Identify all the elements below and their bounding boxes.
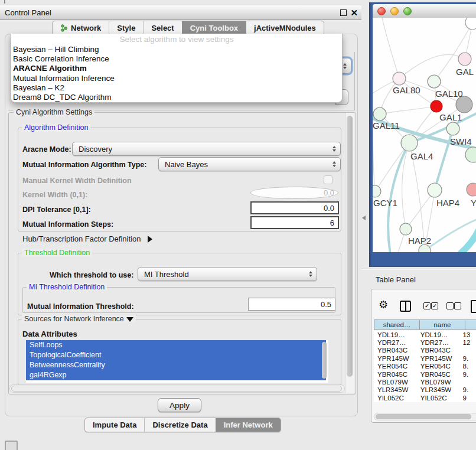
which-threshold-label: Which threshold to use: xyxy=(50,271,133,279)
network-node[interactable] xyxy=(456,96,472,113)
data-attributes-list: SelfLoopsTopologicalCoefficientBetweenne… xyxy=(26,340,328,383)
zoom-traffic-light-icon[interactable] xyxy=(403,7,412,15)
network-node-label: GAL80 xyxy=(393,85,420,95)
table-row[interactable]: YBR045CYBR045C9. xyxy=(374,370,476,378)
hub-definition-expander[interactable]: Hub/Transcription Factor Definition xyxy=(22,234,152,243)
network-edge[interactable] xyxy=(375,143,409,191)
dropdown-option[interactable]: Dream8 DC_TDC Algorithm xyxy=(11,93,342,102)
mi-type-combobox[interactable]: Naive Bayes xyxy=(158,157,341,171)
table-row[interactable]: YIL052CYIL052C9 xyxy=(374,394,476,402)
network-node-y[interactable] xyxy=(467,183,476,196)
data-attribute-item[interactable]: BetweennessCentrality xyxy=(26,360,326,370)
network-node-gal4[interactable] xyxy=(401,135,418,151)
tab-style-label: Style xyxy=(117,24,135,32)
tab-jactivemnodules[interactable]: jActiveMNodules xyxy=(246,21,324,35)
data-attribute-item[interactable]: SelfLoops xyxy=(26,340,326,350)
select-all-checkbox-icon-2[interactable]: ✓ xyxy=(431,302,438,309)
network-node[interactable] xyxy=(465,18,476,30)
table-row[interactable]: YDL19…YDL19…13 xyxy=(374,331,476,338)
network-node[interactable] xyxy=(465,147,476,162)
table-row[interactable]: YLR345WYLR345W9. xyxy=(374,386,476,394)
kernel-width-input[interactable]: 0.0 xyxy=(250,187,338,199)
table-row[interactable]: YBL079WYBL079W xyxy=(374,378,476,386)
settings-hscrollbar-thumb[interactable] xyxy=(11,386,342,392)
dropdown-option[interactable]: ARACNE Algorithm xyxy=(11,64,342,73)
network-node-hap2[interactable] xyxy=(400,223,412,235)
column-header-shared-name[interactable]: shared… xyxy=(374,319,420,330)
hidden-groupbox-border xyxy=(354,52,355,110)
dropdown-option[interactable]: Bayesian – Hill Climbing xyxy=(11,45,342,54)
network-edge[interactable] xyxy=(399,54,465,79)
window-corner-tick xyxy=(4,0,5,4)
network-node-gcy1[interactable] xyxy=(373,185,381,197)
spinner-icon xyxy=(332,161,336,167)
network-window-frame[interactable]: GALGAL80GAL10GAL1GAL11SWI4GAL4GCY1HAP4YH… xyxy=(369,2,476,267)
table-header-row: shared… name xyxy=(374,319,476,330)
spinner-icon xyxy=(309,271,312,277)
network-node-hap4[interactable] xyxy=(428,183,442,197)
collapsed-panel-chip[interactable] xyxy=(5,441,18,450)
dropdown-option[interactable]: Bayesian – K2 xyxy=(11,83,342,93)
network-canvas[interactable]: GALGAL80GAL10GAL1GAL11SWI4GAL4GCY1HAP4YH… xyxy=(373,18,476,252)
tab-impute-data[interactable]: Impute Data xyxy=(85,418,144,432)
dropdown-option[interactable]: Mutual Information Inference xyxy=(11,74,342,83)
table-cell: YBR043C xyxy=(374,347,417,354)
network-edge[interactable] xyxy=(380,106,436,114)
network-node-gal10[interactable] xyxy=(428,75,441,88)
apply-button[interactable]: Apply xyxy=(158,398,201,412)
aracne-mode-combobox[interactable]: Discovery xyxy=(72,142,341,156)
close-traffic-light-icon[interactable] xyxy=(377,7,386,15)
tab-infer-network[interactable]: Infer Network xyxy=(216,418,281,432)
export-table-icon[interactable] xyxy=(471,300,476,313)
mi-steps-input[interactable]: 6 xyxy=(250,216,339,229)
tab-style[interactable]: Style xyxy=(109,21,143,35)
network-node-gal1[interactable] xyxy=(431,100,442,112)
settings-scrollbar-track[interactable] xyxy=(345,113,354,393)
table-row[interactable]: YBR043CYBR043C xyxy=(374,347,476,354)
network-node-swi4[interactable] xyxy=(446,122,459,135)
tab-cyni-toolbox[interactable]: Cyni Toolbox xyxy=(182,21,246,35)
network-window-titlebar[interactable] xyxy=(373,4,476,18)
column-header-name[interactable]: name xyxy=(420,319,465,330)
table-cell: YBL079W xyxy=(374,379,417,386)
minimize-traffic-light-icon[interactable] xyxy=(390,7,399,15)
tab-network[interactable]: Network xyxy=(53,21,109,35)
sources-group-title[interactable]: Sources for Network Inference xyxy=(22,315,136,323)
table-row[interactable]: YDR27…YDR27…12 xyxy=(374,338,476,346)
settings-scrollbar-thumb[interactable] xyxy=(347,116,353,377)
table-cell: 13 xyxy=(459,331,476,338)
which-threshold-combobox[interactable]: MI Threshold xyxy=(138,267,317,281)
table-cell: 9. xyxy=(459,355,476,362)
network-edge[interactable] xyxy=(382,18,399,79)
table-hscrollbar-thumb[interactable] xyxy=(376,414,471,419)
tab-select[interactable]: Select xyxy=(143,21,181,35)
select-all-checkbox-icon[interactable]: ✓ xyxy=(423,302,431,309)
float-window-icon[interactable] xyxy=(340,9,347,16)
close-icon[interactable]: ✕ xyxy=(350,8,358,17)
manual-kernel-checkbox[interactable] xyxy=(324,175,332,184)
table-row[interactable]: YER054CYER054C8. xyxy=(374,363,476,370)
data-attribute-item[interactable]: gal4RGexp xyxy=(26,370,326,380)
panel-splitter-handle[interactable] xyxy=(362,216,366,220)
tab-discretize-data[interactable]: Discretize Data xyxy=(144,418,215,432)
mi-type-label: Mutual Information Algorithm Type: xyxy=(22,161,146,169)
column-view-icon[interactable] xyxy=(400,301,411,312)
attributes-scrollbar-thumb[interactable] xyxy=(322,342,327,379)
network-edge[interactable] xyxy=(460,226,476,252)
network-node-gal80[interactable] xyxy=(393,72,406,85)
table-cell: YBR045C xyxy=(374,371,417,378)
network-node-gal[interactable] xyxy=(458,53,471,66)
data-attribute-item[interactable]: TopologicalCoefficient xyxy=(26,350,326,360)
settings-hscrollbar-track[interactable] xyxy=(9,384,345,393)
dropdown-option[interactable]: Basic Correlation Inference xyxy=(11,54,342,64)
column-header-clipped[interactable] xyxy=(465,319,476,330)
table-hscrollbar-track[interactable] xyxy=(374,413,476,420)
deselect-all-checkbox-icon-2[interactable] xyxy=(454,302,461,309)
table-row[interactable]: YPR145WYPR145W9. xyxy=(374,354,476,362)
gear-icon[interactable]: ⚙ xyxy=(379,299,388,310)
network-node-gal11[interactable] xyxy=(373,107,386,120)
table-panel-box: ⚙ ✓ ✓ shared… name YDL19…YDL19…13YDR27…Y… xyxy=(371,289,476,423)
deselect-all-checkbox-icon[interactable] xyxy=(446,302,454,309)
dpi-tolerance-input[interactable]: 0.0 xyxy=(250,201,339,214)
mi-threshold-input[interactable]: 0.5 xyxy=(248,298,335,311)
